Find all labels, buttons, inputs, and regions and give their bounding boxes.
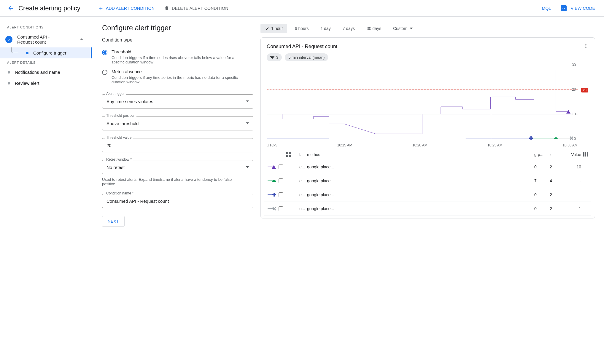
condition-type-heading: Condition type	[102, 37, 253, 43]
threshold-line: 20	[267, 90, 578, 90]
chevron-down-icon	[246, 166, 249, 168]
sidebar-item-configure-trigger[interactable]: Configure trigger	[0, 47, 92, 58]
time-range-30-days[interactable]: 30 days	[363, 24, 385, 33]
grid-icon	[286, 152, 299, 157]
time-range-1-day[interactable]: 1 day	[316, 24, 335, 33]
chevron-up-icon[interactable]	[79, 36, 85, 43]
sidebar-item-review[interactable]: Review alert	[0, 78, 92, 89]
legend-row[interactable]: e...google.place...74-	[264, 174, 591, 188]
threshold-badge: 20	[581, 88, 588, 92]
legend-table: l... method grp... r Value e...google.pl…	[264, 149, 591, 216]
time-range-7-days[interactable]: 7 days	[338, 24, 359, 33]
svg-point-0	[585, 44, 586, 45]
bullet-icon	[26, 52, 28, 54]
bullet-icon	[8, 71, 10, 74]
time-range-row: 1 hour6 hours1 day7 days30 daysCustom	[260, 24, 595, 33]
bullet-icon	[8, 82, 10, 84]
arrow-back-icon	[7, 5, 14, 12]
radio-icon	[102, 70, 107, 75]
legend-checkbox[interactable]	[279, 206, 283, 211]
chevron-down-icon	[246, 100, 249, 102]
code-icon	[561, 5, 567, 11]
filter-count-chip[interactable]: 3	[267, 53, 282, 61]
retest-window-select[interactable]: Retest window * No retest Used to retest…	[102, 160, 253, 186]
threshold-value-input[interactable]: Threshold value 20	[102, 138, 253, 152]
sidebar-header-conditions: ALERT CONDITIONS	[0, 23, 92, 31]
sidebar-item-notifications[interactable]: Notifications and name	[0, 67, 92, 78]
delete-alert-condition-button[interactable]: DELETE ALERT CONDITION	[160, 3, 232, 13]
legend-checkbox[interactable]	[279, 192, 283, 197]
columns-icon	[583, 152, 588, 157]
time-range-custom[interactable]: Custom	[389, 24, 417, 33]
legend-row[interactable]: e...google.place...02-	[264, 188, 591, 202]
chart: 010203020 UTC-510:15 AM10:20 AM10:25 AM1…	[264, 65, 591, 147]
back-button[interactable]	[5, 3, 16, 14]
svg-point-1	[585, 45, 586, 46]
time-range-1-hour[interactable]: 1 hour	[260, 24, 287, 33]
filter-icon	[270, 56, 274, 59]
alert-trigger-select[interactable]: Alert trigger Any time series violates	[102, 94, 253, 108]
svg-point-2	[585, 47, 586, 48]
sidebar: ALERT CONDITIONS Consumed API - Request …	[0, 17, 92, 364]
view-code-button[interactable]: VIEW CODE	[557, 3, 599, 14]
next-button[interactable]: NEXT	[102, 216, 125, 227]
chevron-down-icon	[246, 122, 249, 124]
radio-metric-absence[interactable]: Metric absence Condition triggers if any…	[102, 67, 253, 87]
radio-icon	[102, 50, 107, 55]
time-range-6-hours[interactable]: 6 hours	[291, 24, 313, 33]
legend-checkbox[interactable]	[279, 178, 283, 183]
plus-icon	[98, 6, 104, 11]
sidebar-header-details: ALERT DETAILS	[0, 58, 92, 67]
condition-name-input[interactable]: Condition name * Consumed API - Request …	[102, 194, 253, 208]
panel-title: Consumed API - Request count	[267, 44, 583, 50]
interval-chip[interactable]: 5 min interval (mean)	[285, 53, 328, 61]
legend-checkbox[interactable]	[279, 165, 283, 169]
sidebar-item-condition[interactable]: Consumed API - Request count	[0, 31, 92, 47]
legend-header: l... method grp... r Value	[264, 149, 591, 160]
legend-row[interactable]: u...google.place...021	[264, 202, 591, 216]
mql-button[interactable]: MQL	[538, 4, 555, 13]
form-title: Configure alert trigger	[102, 24, 253, 32]
hover-line	[491, 65, 491, 139]
chevron-down-icon	[410, 28, 413, 29]
page-title: Create alerting policy	[18, 4, 80, 12]
preview-panel: Consumed API - Request count 3 5 min int…	[260, 37, 595, 218]
more-vert-icon	[583, 43, 589, 49]
check-circle-icon	[5, 36, 12, 43]
legend-row[interactable]: e...google.place...0210	[264, 160, 591, 174]
check-icon	[265, 26, 269, 31]
add-alert-condition-button[interactable]: ADD ALERT CONDITION	[95, 3, 158, 13]
columns-button[interactable]	[581, 152, 590, 157]
radio-threshold[interactable]: Threshold Condition triggers if a time s…	[102, 47, 253, 67]
overflow-menu-button[interactable]	[583, 43, 589, 50]
trash-icon	[164, 6, 169, 11]
threshold-position-select[interactable]: Threshold position Above threshold	[102, 116, 253, 130]
